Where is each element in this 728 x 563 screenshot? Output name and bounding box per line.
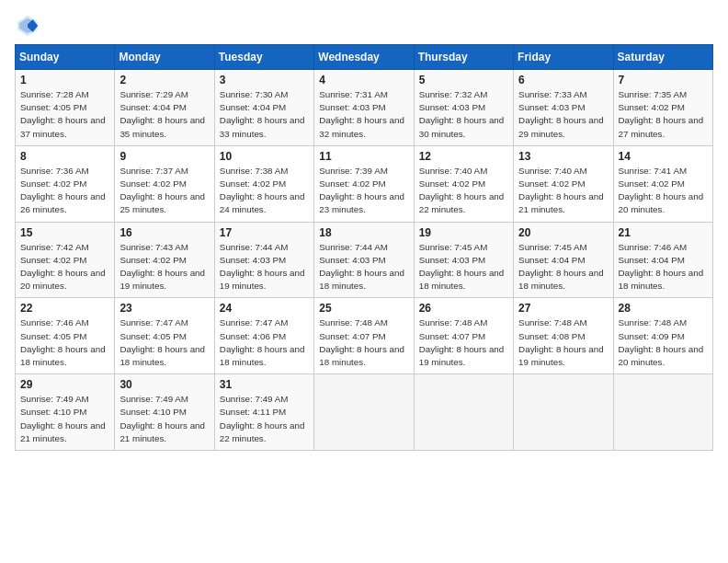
calendar: SundayMondayTuesdayWednesdayThursdayFrid…	[15, 44, 713, 451]
day-cell: 21Sunrise: 7:46 AMSunset: 4:04 PMDayligh…	[613, 222, 712, 298]
day-cell	[414, 374, 513, 451]
day-number: 18	[319, 226, 408, 239]
day-detail: Sunrise: 7:49 AMSunset: 4:10 PMDaylight:…	[20, 393, 109, 445]
day-number: 3	[220, 74, 309, 86]
day-cell: 7Sunrise: 7:35 AMSunset: 4:02 PMDaylight…	[613, 70, 712, 146]
day-detail: Sunrise: 7:47 AMSunset: 4:05 PMDaylight:…	[119, 316, 209, 369]
day-cell: 18Sunrise: 7:44 AMSunset: 4:03 PMDayligh…	[314, 222, 414, 298]
day-detail: Sunrise: 7:41 AMSunset: 4:02 PMDaylight:…	[619, 165, 708, 217]
day-cell: 16Sunrise: 7:43 AMSunset: 4:02 PMDayligh…	[115, 222, 214, 298]
day-cell: 20Sunrise: 7:45 AMSunset: 4:04 PMDayligh…	[514, 222, 613, 298]
day-cell: 26Sunrise: 7:48 AMSunset: 4:07 PMDayligh…	[414, 298, 513, 374]
day-cell: 17Sunrise: 7:44 AMSunset: 4:03 PMDayligh…	[214, 222, 313, 298]
day-cell: 23Sunrise: 7:47 AMSunset: 4:05 PMDayligh…	[115, 298, 214, 374]
day-detail: Sunrise: 7:31 AMSunset: 4:03 PMDaylight:…	[319, 88, 408, 141]
day-number: 4	[319, 74, 408, 86]
day-number: 27	[518, 302, 608, 315]
calendar-header: SundayMondayTuesdayWednesdayThursdayFrid…	[16, 45, 713, 70]
day-detail: Sunrise: 7:29 AMSunset: 4:04 PMDaylight:…	[119, 88, 209, 141]
day-number: 25	[319, 302, 408, 315]
day-detail: Sunrise: 7:40 AMSunset: 4:02 PMDaylight:…	[518, 165, 608, 217]
day-cell: 5Sunrise: 7:32 AMSunset: 4:03 PMDaylight…	[414, 70, 513, 146]
week-row-2: 15Sunrise: 7:42 AMSunset: 4:02 PMDayligh…	[16, 222, 713, 298]
day-cell: 10Sunrise: 7:38 AMSunset: 4:02 PMDayligh…	[214, 145, 313, 222]
day-number: 22	[20, 302, 109, 315]
day-cell	[514, 374, 613, 451]
header	[15, 9, 713, 39]
day-number: 23	[119, 302, 209, 315]
day-detail: Sunrise: 7:42 AMSunset: 4:02 PMDaylight:…	[20, 241, 109, 293]
day-number: 26	[419, 302, 508, 315]
day-detail: Sunrise: 7:49 AMSunset: 4:10 PMDaylight:…	[119, 393, 209, 445]
day-detail: Sunrise: 7:35 AMSunset: 4:02 PMDaylight:…	[619, 88, 708, 141]
day-cell: 4Sunrise: 7:31 AMSunset: 4:03 PMDaylight…	[314, 70, 414, 146]
day-number: 13	[518, 150, 608, 163]
day-detail: Sunrise: 7:43 AMSunset: 4:02 PMDaylight:…	[119, 241, 209, 293]
day-detail: Sunrise: 7:30 AMSunset: 4:04 PMDaylight:…	[220, 88, 309, 141]
day-cell: 27Sunrise: 7:48 AMSunset: 4:08 PMDayligh…	[514, 298, 613, 374]
day-cell: 22Sunrise: 7:46 AMSunset: 4:05 PMDayligh…	[16, 298, 115, 374]
day-number: 20	[518, 226, 608, 239]
day-detail: Sunrise: 7:40 AMSunset: 4:02 PMDaylight:…	[419, 165, 508, 217]
day-detail: Sunrise: 7:45 AMSunset: 4:04 PMDaylight:…	[518, 241, 608, 293]
weekday-header-thursday: Thursday	[414, 45, 513, 70]
day-detail: Sunrise: 7:46 AMSunset: 4:04 PMDaylight:…	[619, 241, 708, 293]
day-cell: 12Sunrise: 7:40 AMSunset: 4:02 PMDayligh…	[414, 145, 513, 222]
day-cell	[613, 374, 712, 451]
day-number: 7	[619, 74, 708, 86]
day-number: 12	[419, 150, 508, 163]
day-number: 21	[619, 226, 708, 239]
day-cell: 13Sunrise: 7:40 AMSunset: 4:02 PMDayligh…	[514, 145, 613, 222]
day-cell: 9Sunrise: 7:37 AMSunset: 4:02 PMDaylight…	[115, 145, 214, 222]
logo-icon	[15, 13, 40, 39]
day-cell: 29Sunrise: 7:49 AMSunset: 4:10 PMDayligh…	[16, 374, 115, 451]
day-cell: 31Sunrise: 7:49 AMSunset: 4:11 PMDayligh…	[214, 374, 313, 451]
day-number: 5	[419, 74, 508, 86]
day-detail: Sunrise: 7:47 AMSunset: 4:06 PMDaylight:…	[220, 316, 309, 369]
day-cell: 30Sunrise: 7:49 AMSunset: 4:10 PMDayligh…	[115, 374, 214, 451]
day-number: 9	[119, 150, 209, 163]
day-detail: Sunrise: 7:36 AMSunset: 4:02 PMDaylight:…	[20, 165, 109, 217]
day-number: 30	[119, 378, 209, 391]
day-cell: 3Sunrise: 7:30 AMSunset: 4:04 PMDaylight…	[214, 70, 313, 146]
day-detail: Sunrise: 7:32 AMSunset: 4:03 PMDaylight:…	[419, 88, 508, 141]
day-detail: Sunrise: 7:49 AMSunset: 4:11 PMDaylight:…	[220, 393, 309, 445]
day-number: 2	[119, 74, 209, 86]
weekday-header-tuesday: Tuesday	[214, 45, 313, 70]
week-row-3: 22Sunrise: 7:46 AMSunset: 4:05 PMDayligh…	[16, 298, 713, 374]
day-number: 6	[518, 74, 608, 86]
calendar-body: 1Sunrise: 7:28 AMSunset: 4:05 PMDaylight…	[16, 70, 713, 451]
day-number: 15	[20, 226, 109, 239]
day-detail: Sunrise: 7:37 AMSunset: 4:02 PMDaylight:…	[119, 165, 209, 217]
day-number: 31	[220, 378, 309, 391]
day-cell: 28Sunrise: 7:48 AMSunset: 4:09 PMDayligh…	[613, 298, 712, 374]
day-cell: 2Sunrise: 7:29 AMSunset: 4:04 PMDaylight…	[115, 70, 214, 146]
weekday-header-wednesday: Wednesday	[314, 45, 414, 70]
day-number: 8	[20, 150, 109, 163]
week-row-0: 1Sunrise: 7:28 AMSunset: 4:05 PMDaylight…	[16, 70, 713, 146]
day-cell: 6Sunrise: 7:33 AMSunset: 4:03 PMDaylight…	[514, 70, 613, 146]
day-cell: 25Sunrise: 7:48 AMSunset: 4:07 PMDayligh…	[314, 298, 414, 374]
day-number: 10	[220, 150, 309, 163]
day-cell: 15Sunrise: 7:42 AMSunset: 4:02 PMDayligh…	[16, 222, 115, 298]
day-number: 28	[619, 302, 708, 315]
week-row-1: 8Sunrise: 7:36 AMSunset: 4:02 PMDaylight…	[16, 145, 713, 222]
day-detail: Sunrise: 7:48 AMSunset: 4:09 PMDaylight:…	[619, 316, 708, 369]
day-number: 14	[619, 150, 708, 163]
day-detail: Sunrise: 7:44 AMSunset: 4:03 PMDaylight:…	[220, 241, 309, 293]
day-detail: Sunrise: 7:28 AMSunset: 4:05 PMDaylight:…	[20, 88, 109, 141]
day-cell: 8Sunrise: 7:36 AMSunset: 4:02 PMDaylight…	[16, 145, 115, 222]
day-detail: Sunrise: 7:39 AMSunset: 4:02 PMDaylight:…	[319, 165, 408, 217]
weekday-header-sunday: Sunday	[16, 45, 115, 70]
logo	[15, 13, 44, 39]
day-number: 1	[20, 74, 109, 86]
day-detail: Sunrise: 7:48 AMSunset: 4:07 PMDaylight:…	[319, 316, 408, 369]
day-detail: Sunrise: 7:48 AMSunset: 4:08 PMDaylight:…	[518, 316, 608, 369]
day-detail: Sunrise: 7:45 AMSunset: 4:03 PMDaylight:…	[419, 241, 508, 293]
weekday-row: SundayMondayTuesdayWednesdayThursdayFrid…	[16, 45, 713, 70]
day-number: 17	[220, 226, 309, 239]
day-cell: 14Sunrise: 7:41 AMSunset: 4:02 PMDayligh…	[613, 145, 712, 222]
day-detail: Sunrise: 7:48 AMSunset: 4:07 PMDaylight:…	[419, 316, 508, 369]
page: SundayMondayTuesdayWednesdayThursdayFrid…	[0, 0, 728, 563]
day-number: 24	[220, 302, 309, 315]
